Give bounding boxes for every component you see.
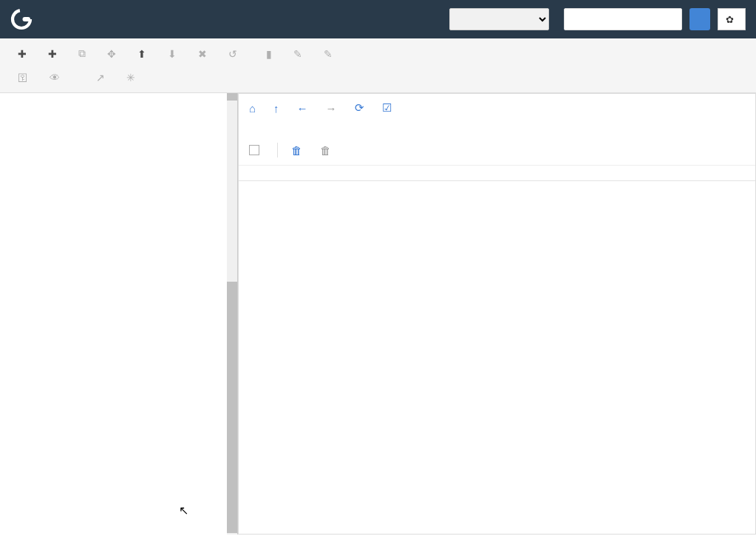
upload-icon: ⬆ bbox=[137, 48, 146, 60]
extract-button[interactable]: ↗ bbox=[87, 67, 118, 88]
upload-button[interactable]: ⬆ bbox=[129, 43, 159, 64]
search-area: ✿ bbox=[442, 8, 746, 30]
file-button[interactable]: ✚ bbox=[9, 43, 39, 64]
cpanel-icon bbox=[10, 8, 33, 30]
gear-icon: ✿ bbox=[726, 14, 734, 25]
check-icon: ☑ bbox=[382, 101, 392, 115]
checkbox-icon bbox=[249, 145, 259, 155]
table-header bbox=[239, 166, 755, 181]
view-button[interactable]: 👁 bbox=[41, 67, 72, 88]
mouse-cursor-icon: ↖ bbox=[179, 503, 188, 518]
extract-icon: ↗ bbox=[96, 72, 105, 84]
html-icon: ✎ bbox=[324, 48, 333, 60]
search-input[interactable] bbox=[564, 8, 682, 30]
eye-icon: 👁 bbox=[50, 72, 60, 84]
reload-icon: ⟳ bbox=[355, 101, 364, 115]
folder-tree[interactable]: ↖ bbox=[0, 93, 238, 535]
html-editor-button[interactable]: ✎ bbox=[315, 43, 345, 64]
download-button[interactable]: ⬇ bbox=[159, 43, 189, 64]
trash-icon: 🗑 bbox=[320, 144, 331, 157]
home-icon: ⌂ bbox=[249, 102, 256, 115]
edit-button[interactable]: ✎ bbox=[285, 43, 315, 64]
pencil-icon: ✎ bbox=[293, 48, 302, 60]
header-bar: ✿ bbox=[0, 0, 756, 38]
compress-icon: ✳ bbox=[126, 72, 135, 84]
restore-icon: ↺ bbox=[228, 48, 237, 60]
download-icon: ⬇ bbox=[168, 48, 177, 60]
app-logo bbox=[10, 8, 40, 30]
file-list[interactable] bbox=[239, 181, 755, 534]
search-scope-select[interactable] bbox=[449, 8, 549, 30]
unselect-all-button[interactable] bbox=[249, 143, 264, 157]
move-icon: ✥ bbox=[107, 48, 116, 60]
rename-button[interactable]: ▮ bbox=[257, 43, 285, 64]
home-button[interactable]: ⌂ bbox=[249, 101, 260, 115]
settings-button[interactable]: ✿ bbox=[718, 8, 746, 30]
empty-trash-button[interactable]: 🗑 bbox=[320, 143, 336, 157]
folder-button[interactable]: ✚ bbox=[39, 43, 69, 64]
compress-button[interactable]: ✳ bbox=[118, 67, 148, 88]
trash-icon: 🗑 bbox=[291, 144, 302, 157]
copy-button[interactable]: ⧉ bbox=[69, 43, 98, 64]
up-one-level-button[interactable]: ↑ bbox=[273, 101, 284, 115]
copy-icon: ⧉ bbox=[78, 47, 86, 60]
key-icon: ⚿ bbox=[18, 72, 28, 84]
restore-button[interactable]: ↺ bbox=[219, 43, 250, 64]
view-trash-button[interactable]: 🗑 bbox=[291, 143, 307, 157]
content-toolbar: ⌂ ↑ ← → ⟳ ☑ 🗑 🗑 bbox=[239, 94, 755, 166]
forward-button[interactable]: → bbox=[326, 101, 341, 115]
delete-icon: ✖ bbox=[198, 48, 207, 60]
select-all-button[interactable]: ☑ bbox=[382, 101, 396, 115]
permissions-button[interactable]: ⚿ bbox=[9, 67, 41, 88]
go-button[interactable] bbox=[689, 8, 710, 30]
move-button[interactable]: ✥ bbox=[98, 43, 129, 64]
arrow-up-icon: ↑ bbox=[273, 102, 279, 115]
content-panel: ⌂ ↑ ← → ⟳ ☑ 🗑 🗑 bbox=[238, 93, 756, 535]
main-toolbar: ✚ ✚ ⧉ ✥ ⬆ ⬇ ✖ ↺ ▮ ✎ ✎ ⚿ 👁 ↗ ✳ bbox=[0, 38, 756, 93]
svg-rect-1 bbox=[23, 17, 31, 21]
plus-icon: ✚ bbox=[18, 48, 27, 60]
reload-button[interactable]: ⟳ bbox=[355, 101, 369, 115]
tree-scrollbar[interactable] bbox=[227, 93, 237, 535]
rename-icon: ▮ bbox=[266, 48, 272, 60]
delete-button[interactable]: ✖ bbox=[189, 43, 219, 64]
plus-icon: ✚ bbox=[48, 48, 57, 60]
arrow-right-icon: → bbox=[326, 102, 337, 115]
arrow-left-icon: ← bbox=[297, 102, 308, 115]
back-button[interactable]: ← bbox=[297, 101, 313, 115]
